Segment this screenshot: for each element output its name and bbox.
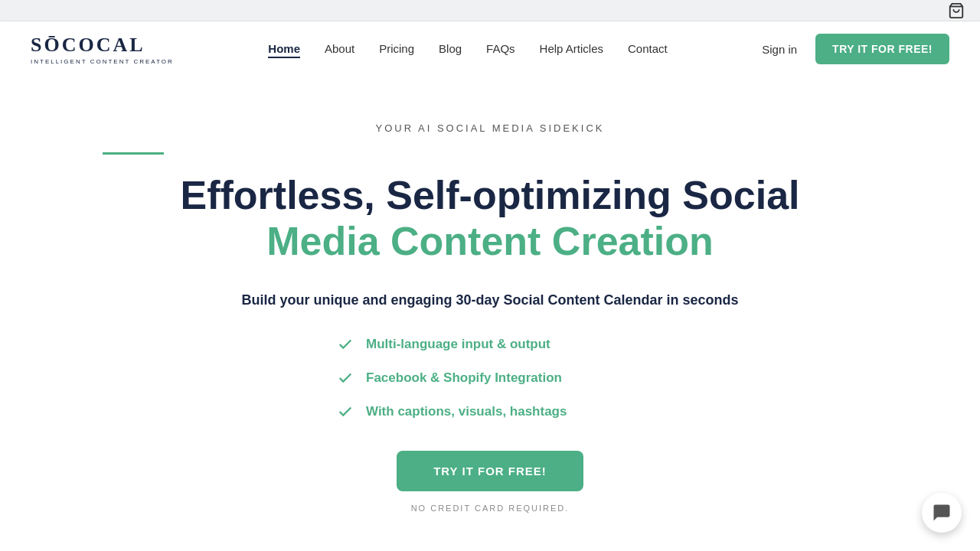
hero-subtitle: YOUR AI SOCIAL MEDIA SIDEKICK [376,122,605,134]
check-icon-2 [337,370,354,386]
shopping-cart-icon [948,2,965,19]
nav-links: Home About Pricing Blog FAQs Help Articl… [268,42,667,56]
feature-label-3: With captions, visuals, hashtags [366,404,567,419]
nav-link-faqs[interactable]: FAQs [486,42,515,55]
signin-link[interactable]: Sign in [762,43,797,56]
feature-label-1: Multi-language input & output [366,337,550,352]
check-icon-3 [337,403,354,420]
navbar: SŌCOCAL INTELLIGENT CONTENT CREATOR Home… [0,21,980,77]
nav-link-about[interactable]: About [325,42,354,55]
check-icon-1 [337,336,354,353]
feature-item-3: With captions, visuals, hashtags [337,403,567,420]
features-list: Multi-language input & output Facebook &… [337,336,643,420]
hero-title-part1: Effortless, Self-optimizing Social [181,173,800,217]
chat-icon [931,502,952,523]
nav-item-pricing[interactable]: Pricing [379,42,414,56]
accent-line [103,152,164,155]
feature-label-2: Facebook & Shopify Integration [366,370,562,386]
no-credit-card-note: NO CREDIT CARD REQUIRED. [411,504,570,513]
logo[interactable]: SŌCOCAL INTELLIGENT CONTENT CREATOR [31,34,174,65]
nav-item-home[interactable]: Home [268,42,300,56]
feature-item-1: Multi-language input & output [337,336,550,353]
nav-item-about[interactable]: About [325,42,354,56]
top-bar [0,0,980,21]
nav-item-help[interactable]: Help Articles [540,42,603,56]
hero-title-teal: Media Content Creation [266,219,714,263]
chat-bubble-button[interactable] [922,493,962,533]
cart-button[interactable] [948,2,965,19]
logo-tagline: INTELLIGENT CONTENT CREATOR [31,58,174,65]
nav-link-help[interactable]: Help Articles [540,42,603,55]
nav-right: Sign in TRY IT FOR FREE! [762,34,949,64]
try-free-button-nav[interactable]: TRY IT FOR FREE! [815,34,949,64]
nav-item-blog[interactable]: Blog [439,42,462,56]
feature-item-2: Facebook & Shopify Integration [337,370,562,386]
logo-name: SŌCOCAL [31,34,174,57]
nav-item-faqs[interactable]: FAQs [486,42,515,56]
nav-link-blog[interactable]: Blog [439,42,462,55]
nav-link-contact[interactable]: Contact [628,42,668,55]
hero-title: Effortless, Self-optimizing Social Media… [145,173,835,265]
nav-link-home[interactable]: Home [268,42,300,58]
try-free-button-hero[interactable]: TRY IT FOR FREE! [397,451,583,491]
nav-item-contact[interactable]: Contact [628,42,668,56]
hero-description: Build your unique and engaging 30-day So… [241,292,738,308]
hero-section: YOUR AI SOCIAL MEDIA SIDEKICK Effortless… [0,77,980,551]
nav-link-pricing[interactable]: Pricing [379,42,414,55]
